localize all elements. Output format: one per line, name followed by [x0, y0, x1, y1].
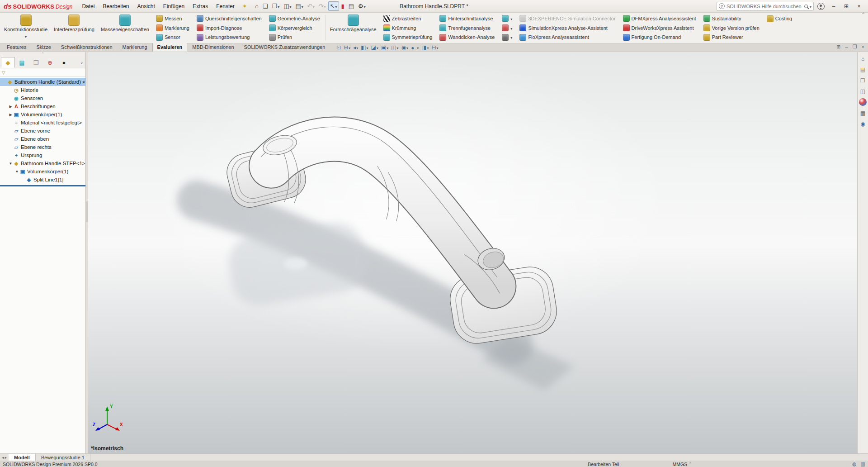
dropdown-arrow-icon[interactable] [289, 3, 291, 10]
ribbon-button[interactable]: DFMXpress Analyseassistent [622, 14, 698, 23]
tree-expand-arrow[interactable]: ▶ [8, 105, 13, 109]
ribbon-button[interactable]: Sustainability [702, 14, 761, 23]
tree-item[interactable]: ◷ Historie [0, 86, 85, 94]
dropdown-arrow-icon[interactable] [356, 44, 358, 51]
help-search-box[interactable]: ? [717, 2, 814, 11]
ribbon-button[interactable]: Markierung [155, 24, 191, 33]
dropdown-arrow-icon[interactable] [377, 44, 378, 51]
units-dropdown-caret-icon[interactable]: ⌃ [689, 462, 692, 466]
view-orientation-icon[interactable]: ▣ [380, 44, 389, 51]
minimize-window-icon[interactable]: – [845, 44, 848, 50]
ribbon-button[interactable]: Wanddicken-Analyse [438, 33, 496, 42]
tree-item[interactable]: ▱ Ebene vorne [0, 127, 85, 135]
tree-item[interactable]: ▶ ▣ Volumenkörper(1) [0, 110, 85, 119]
ribbon-button[interactable]: Krümmung [382, 24, 434, 33]
zoom-area-icon[interactable]: ⊞ [343, 44, 351, 51]
custom-properties-icon[interactable]: ▦ [859, 109, 867, 117]
dropdown-arrow-icon[interactable] [313, 3, 315, 10]
taskpane-home-icon[interactable]: ⌂ [859, 55, 867, 62]
dropdown-arrow-icon[interactable] [510, 16, 512, 21]
tree-item[interactable]: ▱ Ebene rechts [0, 143, 85, 151]
ribbon-button[interactable]: Import-Diagnose [195, 24, 263, 33]
dimxpertmanager-tab-icon[interactable]: ⊕ [43, 57, 57, 68]
ribbon-collapse-icon[interactable]: ⌃ [862, 12, 865, 17]
home-icon[interactable]: ⌂ [253, 1, 260, 11]
ribbon-button[interactable]: Querschnitteigenschaften [195, 14, 263, 23]
search-dropdown-icon[interactable] [810, 3, 811, 10]
menu-item[interactable]: Bearbeiten [99, 1, 133, 11]
web-status-icon[interactable]: ◍ [852, 461, 857, 467]
ribbon-button[interactable]: Sensor [155, 33, 191, 42]
dropdown-arrow-icon[interactable] [302, 3, 303, 10]
tree-item[interactable]: ◈ Split Line1[1] [0, 176, 85, 184]
dropdown-arrow-icon[interactable] [427, 44, 429, 51]
file-explorer-icon[interactable]: ❒ [859, 76, 867, 84]
tree-item[interactable]: + Ursprung [0, 151, 85, 159]
ribbon-button[interactable]: Costing [765, 14, 793, 23]
dropdown-arrow-icon[interactable] [278, 3, 279, 10]
model-tab[interactable]: Modell [9, 454, 36, 461]
featuremanager-tab-icon[interactable]: ◆ [1, 57, 15, 68]
dropdown-arrow-icon[interactable] [437, 44, 439, 51]
tab-scroll-left-icon[interactable]: ◂ [2, 455, 4, 460]
tree-item[interactable]: ▱ Ebene oben [0, 135, 85, 143]
model-tab[interactable]: Bewegungsstudie 1 [36, 454, 90, 461]
ribbon-button[interactable]: Trennfugenanalyse [438, 24, 496, 33]
open-document-icon[interactable]: ❒ [270, 1, 282, 11]
tree-item[interactable]: ◉ Sensoren [0, 94, 85, 102]
configurationmanager-tab-icon[interactable]: ❒ [29, 57, 43, 68]
rollback-bar[interactable] [0, 185, 85, 186]
save-icon[interactable]: ◫ [282, 1, 293, 11]
ribbon-big-button[interactable]: Konstruktionsstudie [1, 13, 51, 43]
select-arrow-icon[interactable]: ↖ [328, 1, 339, 11]
command-tab[interactable]: MBD-Dimensionen [187, 43, 239, 52]
menu-item[interactable]: Einfügen [159, 1, 189, 11]
tree-item[interactable]: ≡ Material <nicht festgelegt> [0, 119, 85, 127]
menu-item[interactable]: Extras [189, 1, 212, 11]
ribbon-big-button[interactable]: Masseneigenschaften [98, 13, 152, 43]
tree-item[interactable]: ▼ ◆ Bathroom Handle.STEP<1> -> [0, 159, 85, 167]
ribbon-button[interactable]: Leistungsbewertung [195, 33, 263, 42]
command-tab[interactable]: Skizze [31, 43, 56, 52]
command-tab[interactable]: Markierung [118, 43, 152, 52]
appearances-scenes-icon[interactable]: ● [859, 98, 867, 106]
ribbon-button[interactable]: Symmetrieprüfung [382, 33, 434, 42]
ribbon-button[interactable] [500, 14, 514, 23]
apply-scene-icon[interactable]: ◨ [420, 44, 429, 51]
3d-model-bathroom-handle[interactable] [88, 52, 857, 453]
menu-item[interactable]: Datei [78, 1, 99, 11]
design-library-icon[interactable]: ▤ [859, 66, 867, 73]
print-icon[interactable]: ▤ [294, 1, 305, 11]
ribbon-button[interactable]: DriveWorksXpress Assistent [622, 24, 698, 33]
dropdown-arrow-icon[interactable] [387, 44, 388, 51]
feature-tree-filter-input[interactable] [7, 69, 84, 76]
ribbon-button[interactable]: Fertigung On-Demand [622, 33, 698, 42]
options-list-icon[interactable]: ▤ [347, 1, 356, 11]
close-button[interactable]: × [854, 3, 864, 10]
help-search-input[interactable] [726, 4, 802, 9]
maximize-button[interactable]: ⊞ [841, 3, 852, 10]
zoom-fit-icon[interactable]: ⊡ [335, 44, 342, 51]
ribbon-button[interactable] [500, 24, 514, 33]
taskpane-toggle-icon[interactable]: ▥ [861, 461, 865, 467]
dropdown-arrow-icon[interactable] [349, 44, 350, 51]
command-tab[interactable]: Schweißkonstruktionen [56, 43, 118, 52]
redo-icon[interactable]: ↷ [317, 1, 328, 11]
dropdown-arrow-icon[interactable] [335, 3, 337, 10]
edit-appearance-icon[interactable]: ● [410, 44, 420, 51]
ribbon-big-button[interactable]: Formschrägeanalyse [327, 13, 380, 43]
ribbon-button[interactable]: 3DEXPERIENCE Simulation Connector [518, 14, 617, 23]
dropdown-arrow-icon[interactable] [406, 44, 408, 51]
tab-scroll-right-icon[interactable]: ▸ [5, 455, 7, 460]
ribbon-button[interactable]: Zebrastreifen [382, 14, 434, 23]
pin-menu-icon[interactable]: ✶ [240, 2, 250, 10]
display-style-icon[interactable]: ◫ [390, 44, 399, 51]
solidworks-forum-icon[interactable]: ◉ [859, 120, 867, 128]
graphics-viewport[interactable]: Y X Z *Isometrisch [88, 52, 857, 453]
ribbon-big-button[interactable]: Interferenzprüfung [51, 13, 98, 43]
propertymanager-tab-icon[interactable]: ▤ [15, 57, 29, 68]
panel-collapse-icon[interactable]: ⌃ [0, 52, 85, 57]
previous-view-icon[interactable]: ◂ [352, 44, 359, 51]
dropdown-arrow-icon[interactable] [510, 34, 512, 40]
tree-expand-arrow[interactable]: ▶ [8, 113, 13, 117]
